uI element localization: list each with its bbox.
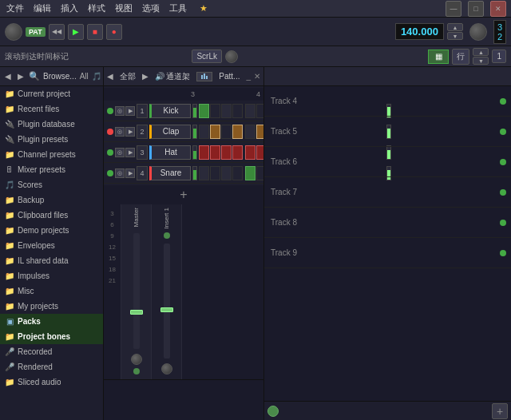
favorites-icon[interactable]: ★ xyxy=(198,3,209,14)
add-channel-row[interactable]: + xyxy=(104,185,263,204)
hat-step-3[interactable] xyxy=(221,145,232,160)
menu-edit[interactable]: 编辑 xyxy=(32,2,53,14)
hat-step-4[interactable] xyxy=(232,145,243,160)
minimize-button[interactable]: — xyxy=(446,1,461,17)
sidebar-item-scores[interactable]: 🎵 Scores xyxy=(0,177,103,192)
master-fader-knob[interactable] xyxy=(130,310,143,315)
kick-solo[interactable]: ▶ xyxy=(125,106,135,116)
insert1-pan-knob[interactable] xyxy=(161,363,172,374)
sidebar-item-recorded[interactable]: 🎤 Recorded xyxy=(0,344,103,359)
menu-file[interactable]: 文件 xyxy=(5,2,26,14)
skip-back-button[interactable]: ◀◀ xyxy=(49,24,65,40)
channel-nav-right[interactable]: ▶ xyxy=(142,72,149,81)
menu-view[interactable]: 视图 xyxy=(113,2,134,14)
hat-mute[interactable]: ◎ xyxy=(115,148,125,157)
sidebar-item-rendered[interactable]: 🎤 Rendered xyxy=(0,359,103,374)
snare-step-3[interactable] xyxy=(221,166,232,180)
hat-step-1[interactable] xyxy=(199,145,209,160)
menu-tools[interactable]: 工具 xyxy=(168,2,188,14)
clap-name-button[interactable]: Clap xyxy=(149,125,191,139)
sidebar-item-impulses[interactable]: 📁 Impulses xyxy=(0,268,103,283)
kick-step-3[interactable] xyxy=(221,104,232,118)
sidebar-item-plugin-database[interactable]: 🔌 Plugin database xyxy=(0,117,103,132)
bpm-up-button[interactable]: ▲ xyxy=(447,23,463,31)
hat-step-5[interactable] xyxy=(245,145,256,160)
sidebar-item-project-bones[interactable]: 📁 Project bones xyxy=(0,329,103,344)
bpm-down-button[interactable]: ▼ xyxy=(447,32,463,40)
sidebar-item-current-project[interactable]: 📁 Current project xyxy=(0,86,103,101)
snare-step-1[interactable] xyxy=(199,166,209,180)
snare-volume[interactable] xyxy=(192,166,197,180)
hat-solo[interactable]: ▶ xyxy=(125,148,135,157)
snare-mute[interactable]: ◎ xyxy=(115,168,125,178)
clap-mute[interactable]: ◎ xyxy=(115,127,125,137)
hat-name-button[interactable]: Hat xyxy=(149,145,191,160)
hat-step-2[interactable] xyxy=(210,145,220,160)
kick-step-4[interactable] xyxy=(232,104,243,118)
mixer-mini-icon[interactable] xyxy=(196,72,212,81)
scrlk-button[interactable]: ScrLk xyxy=(192,50,222,63)
sidebar-item-envelopes[interactable]: 📁 Envelopes xyxy=(0,238,103,253)
kick-led[interactable] xyxy=(107,108,113,114)
sidebar-item-channel-presets[interactable]: 📁 Channel presets xyxy=(0,147,103,162)
sidebar-item-my-projects[interactable]: 📁 My projects xyxy=(0,299,103,314)
pattern-view-button[interactable]: ▦ xyxy=(428,50,449,64)
patt-close-icon[interactable]: ✕ xyxy=(254,72,260,81)
maximize-button[interactable]: □ xyxy=(468,1,484,17)
clap-led[interactable] xyxy=(107,129,113,135)
sidebar-forward-button[interactable]: ▶ xyxy=(16,71,26,81)
clap-solo[interactable]: ▶ xyxy=(125,127,135,137)
sidebar-item-misc[interactable]: 📁 Misc xyxy=(0,283,103,299)
sidebar-notes-button[interactable]: 🎵 xyxy=(92,72,101,81)
sidebar-item-demo-projects[interactable]: 📁 Demo projects xyxy=(0,223,103,238)
clap-step-1[interactable] xyxy=(199,125,209,139)
stop-button[interactable]: ■ xyxy=(87,24,103,40)
snare-step-5[interactable] xyxy=(245,166,256,180)
hat-volume[interactable] xyxy=(192,145,197,160)
hat-led[interactable] xyxy=(107,149,113,156)
snare-solo[interactable]: ▶ xyxy=(125,168,135,178)
clap-volume[interactable] xyxy=(192,125,197,139)
sidebar-item-plugin-presets[interactable]: 🔌 Plugin presets xyxy=(0,132,103,147)
bpm-display[interactable]: 140.000 xyxy=(395,23,444,40)
sidebar-item-backup[interactable]: 📁 Backup xyxy=(0,192,103,208)
snare-led[interactable] xyxy=(107,170,113,176)
clap-step-3[interactable] xyxy=(221,125,232,139)
sidebar-item-sliced-audio[interactable]: 📁 Sliced audio xyxy=(0,374,103,390)
snare-step-2[interactable] xyxy=(210,166,220,180)
sidebar-item-recent-files[interactable]: 📁 Recent files xyxy=(0,101,103,117)
channel-nav-left[interactable]: ◀ xyxy=(107,72,113,81)
snare-step-4[interactable] xyxy=(232,166,243,180)
snare-name-button[interactable]: Snare xyxy=(149,166,191,180)
time-sig-display[interactable]: 3 2 xyxy=(493,20,506,44)
sidebar-item-il-shared-data[interactable]: 📁 IL shared data xyxy=(0,253,103,268)
insert1-fader-knob[interactable] xyxy=(160,307,173,312)
row-up-button[interactable]: ▲ xyxy=(473,48,489,56)
kick-step-1[interactable] xyxy=(199,104,209,118)
sidebar-search-icon[interactable]: 🔍 xyxy=(29,71,40,81)
record-button[interactable]: ● xyxy=(106,24,122,40)
master-volume-knob[interactable] xyxy=(469,23,487,41)
menu-options[interactable]: 选项 xyxy=(141,2,161,14)
menu-insert[interactable]: 插入 xyxy=(59,2,80,14)
clap-step-2[interactable] xyxy=(210,125,220,139)
clap-step-5[interactable] xyxy=(245,125,256,139)
kick-step-5[interactable] xyxy=(245,104,256,118)
play-button[interactable]: ▶ xyxy=(68,24,84,40)
sidebar-item-mixer-presets[interactable]: 🎚 Mixer presets xyxy=(0,162,103,177)
master-pitch-knob[interactable] xyxy=(5,23,22,41)
sidebar-back-button[interactable]: ◀ xyxy=(3,71,13,81)
kick-name-button[interactable]: Kick xyxy=(149,104,191,118)
add-channel-button[interactable]: + xyxy=(180,188,187,202)
menu-style[interactable]: 样式 xyxy=(86,2,107,14)
sidebar-item-clipboard-files[interactable]: 📁 Clipboard files xyxy=(0,208,103,223)
master-pan-knob[interactable] xyxy=(131,354,142,365)
close-button[interactable]: ✕ xyxy=(490,1,506,17)
kick-volume[interactable] xyxy=(192,104,197,118)
row-down-button[interactable]: ▼ xyxy=(473,57,489,65)
sidebar-item-packs[interactable]: ▣ Packs xyxy=(0,314,103,329)
playlist-add-button[interactable]: + xyxy=(492,403,508,419)
patt-minimize[interactable]: _ xyxy=(246,72,251,81)
kick-step-2[interactable] xyxy=(210,104,220,118)
clap-step-4[interactable] xyxy=(232,125,243,139)
